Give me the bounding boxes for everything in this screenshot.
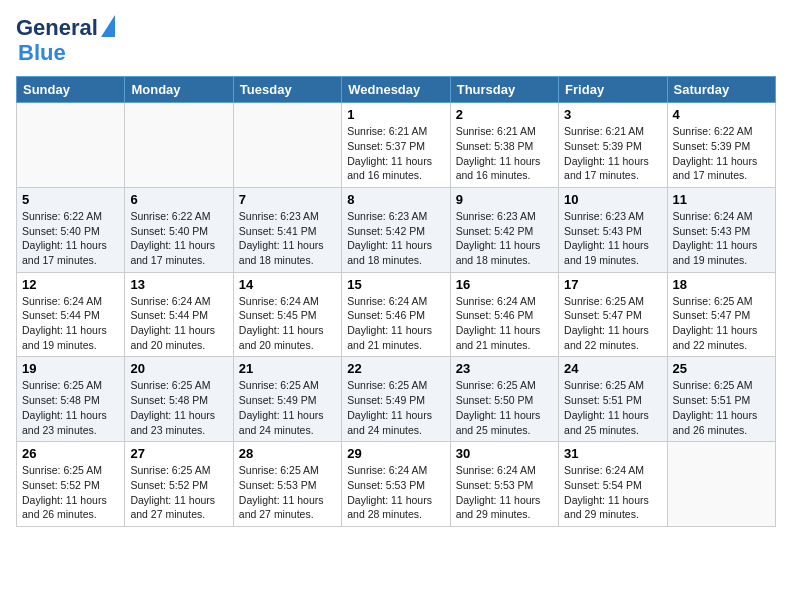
calendar-cell: 13Sunrise: 6:24 AMSunset: 5:44 PMDayligh… xyxy=(125,272,233,357)
calendar-cell: 8Sunrise: 6:23 AMSunset: 5:42 PMDaylight… xyxy=(342,187,450,272)
calendar-cell: 14Sunrise: 6:24 AMSunset: 5:45 PMDayligh… xyxy=(233,272,341,357)
day-number: 4 xyxy=(673,107,770,122)
day-info: Sunrise: 6:21 AMSunset: 5:38 PMDaylight:… xyxy=(456,124,553,183)
calendar-week-row: 1Sunrise: 6:21 AMSunset: 5:37 PMDaylight… xyxy=(17,103,776,188)
day-info: Sunrise: 6:24 AMSunset: 5:46 PMDaylight:… xyxy=(347,294,444,353)
calendar-cell: 15Sunrise: 6:24 AMSunset: 5:46 PMDayligh… xyxy=(342,272,450,357)
logo-blue: Blue xyxy=(18,40,66,66)
day-number: 12 xyxy=(22,277,119,292)
calendar-cell xyxy=(233,103,341,188)
day-info: Sunrise: 6:22 AMSunset: 5:40 PMDaylight:… xyxy=(130,209,227,268)
logo: General Blue xyxy=(16,16,115,66)
day-number: 19 xyxy=(22,361,119,376)
day-info: Sunrise: 6:25 AMSunset: 5:48 PMDaylight:… xyxy=(130,378,227,437)
day-number: 6 xyxy=(130,192,227,207)
calendar-cell: 4Sunrise: 6:22 AMSunset: 5:39 PMDaylight… xyxy=(667,103,775,188)
day-info: Sunrise: 6:25 AMSunset: 5:49 PMDaylight:… xyxy=(347,378,444,437)
day-number: 24 xyxy=(564,361,661,376)
day-number: 7 xyxy=(239,192,336,207)
calendar-cell: 12Sunrise: 6:24 AMSunset: 5:44 PMDayligh… xyxy=(17,272,125,357)
calendar-cell: 28Sunrise: 6:25 AMSunset: 5:53 PMDayligh… xyxy=(233,442,341,527)
calendar-table: SundayMondayTuesdayWednesdayThursdayFrid… xyxy=(16,76,776,527)
day-info: Sunrise: 6:24 AMSunset: 5:44 PMDaylight:… xyxy=(130,294,227,353)
calendar-cell: 17Sunrise: 6:25 AMSunset: 5:47 PMDayligh… xyxy=(559,272,667,357)
day-number: 13 xyxy=(130,277,227,292)
calendar-cell: 22Sunrise: 6:25 AMSunset: 5:49 PMDayligh… xyxy=(342,357,450,442)
day-number: 22 xyxy=(347,361,444,376)
calendar-cell: 31Sunrise: 6:24 AMSunset: 5:54 PMDayligh… xyxy=(559,442,667,527)
col-header-friday: Friday xyxy=(559,77,667,103)
col-header-wednesday: Wednesday xyxy=(342,77,450,103)
day-info: Sunrise: 6:22 AMSunset: 5:40 PMDaylight:… xyxy=(22,209,119,268)
day-info: Sunrise: 6:24 AMSunset: 5:46 PMDaylight:… xyxy=(456,294,553,353)
col-header-sunday: Sunday xyxy=(17,77,125,103)
col-header-monday: Monday xyxy=(125,77,233,103)
day-info: Sunrise: 6:25 AMSunset: 5:52 PMDaylight:… xyxy=(130,463,227,522)
calendar-cell: 20Sunrise: 6:25 AMSunset: 5:48 PMDayligh… xyxy=(125,357,233,442)
calendar-cell: 6Sunrise: 6:22 AMSunset: 5:40 PMDaylight… xyxy=(125,187,233,272)
calendar-cell: 25Sunrise: 6:25 AMSunset: 5:51 PMDayligh… xyxy=(667,357,775,442)
day-number: 23 xyxy=(456,361,553,376)
day-number: 1 xyxy=(347,107,444,122)
day-number: 15 xyxy=(347,277,444,292)
calendar-cell: 21Sunrise: 6:25 AMSunset: 5:49 PMDayligh… xyxy=(233,357,341,442)
calendar-cell: 27Sunrise: 6:25 AMSunset: 5:52 PMDayligh… xyxy=(125,442,233,527)
day-info: Sunrise: 6:25 AMSunset: 5:52 PMDaylight:… xyxy=(22,463,119,522)
calendar-cell: 1Sunrise: 6:21 AMSunset: 5:37 PMDaylight… xyxy=(342,103,450,188)
calendar-week-row: 5Sunrise: 6:22 AMSunset: 5:40 PMDaylight… xyxy=(17,187,776,272)
day-info: Sunrise: 6:25 AMSunset: 5:53 PMDaylight:… xyxy=(239,463,336,522)
day-info: Sunrise: 6:24 AMSunset: 5:43 PMDaylight:… xyxy=(673,209,770,268)
calendar-cell: 3Sunrise: 6:21 AMSunset: 5:39 PMDaylight… xyxy=(559,103,667,188)
day-info: Sunrise: 6:25 AMSunset: 5:47 PMDaylight:… xyxy=(564,294,661,353)
day-info: Sunrise: 6:24 AMSunset: 5:53 PMDaylight:… xyxy=(347,463,444,522)
calendar-cell: 29Sunrise: 6:24 AMSunset: 5:53 PMDayligh… xyxy=(342,442,450,527)
calendar-cell: 30Sunrise: 6:24 AMSunset: 5:53 PMDayligh… xyxy=(450,442,558,527)
day-info: Sunrise: 6:25 AMSunset: 5:49 PMDaylight:… xyxy=(239,378,336,437)
calendar-cell: 5Sunrise: 6:22 AMSunset: 5:40 PMDaylight… xyxy=(17,187,125,272)
calendar-week-row: 26Sunrise: 6:25 AMSunset: 5:52 PMDayligh… xyxy=(17,442,776,527)
day-number: 17 xyxy=(564,277,661,292)
day-info: Sunrise: 6:24 AMSunset: 5:53 PMDaylight:… xyxy=(456,463,553,522)
calendar-cell: 26Sunrise: 6:25 AMSunset: 5:52 PMDayligh… xyxy=(17,442,125,527)
day-number: 25 xyxy=(673,361,770,376)
day-info: Sunrise: 6:25 AMSunset: 5:50 PMDaylight:… xyxy=(456,378,553,437)
day-info: Sunrise: 6:23 AMSunset: 5:42 PMDaylight:… xyxy=(347,209,444,268)
day-info: Sunrise: 6:24 AMSunset: 5:54 PMDaylight:… xyxy=(564,463,661,522)
calendar-week-row: 19Sunrise: 6:25 AMSunset: 5:48 PMDayligh… xyxy=(17,357,776,442)
day-info: Sunrise: 6:23 AMSunset: 5:42 PMDaylight:… xyxy=(456,209,553,268)
calendar-cell: 9Sunrise: 6:23 AMSunset: 5:42 PMDaylight… xyxy=(450,187,558,272)
calendar-header-row: SundayMondayTuesdayWednesdayThursdayFrid… xyxy=(17,77,776,103)
day-number: 8 xyxy=(347,192,444,207)
calendar-cell: 10Sunrise: 6:23 AMSunset: 5:43 PMDayligh… xyxy=(559,187,667,272)
page-header: General Blue xyxy=(16,16,776,66)
day-number: 14 xyxy=(239,277,336,292)
col-header-thursday: Thursday xyxy=(450,77,558,103)
day-number: 18 xyxy=(673,277,770,292)
day-number: 9 xyxy=(456,192,553,207)
day-number: 29 xyxy=(347,446,444,461)
day-info: Sunrise: 6:25 AMSunset: 5:51 PMDaylight:… xyxy=(564,378,661,437)
day-number: 5 xyxy=(22,192,119,207)
col-header-saturday: Saturday xyxy=(667,77,775,103)
day-number: 10 xyxy=(564,192,661,207)
calendar-cell: 18Sunrise: 6:25 AMSunset: 5:47 PMDayligh… xyxy=(667,272,775,357)
calendar-cell: 2Sunrise: 6:21 AMSunset: 5:38 PMDaylight… xyxy=(450,103,558,188)
day-info: Sunrise: 6:25 AMSunset: 5:47 PMDaylight:… xyxy=(673,294,770,353)
day-info: Sunrise: 6:25 AMSunset: 5:48 PMDaylight:… xyxy=(22,378,119,437)
day-number: 2 xyxy=(456,107,553,122)
calendar-cell: 11Sunrise: 6:24 AMSunset: 5:43 PMDayligh… xyxy=(667,187,775,272)
calendar-cell: 19Sunrise: 6:25 AMSunset: 5:48 PMDayligh… xyxy=(17,357,125,442)
calendar-cell: 16Sunrise: 6:24 AMSunset: 5:46 PMDayligh… xyxy=(450,272,558,357)
day-number: 16 xyxy=(456,277,553,292)
day-number: 28 xyxy=(239,446,336,461)
day-number: 30 xyxy=(456,446,553,461)
day-number: 21 xyxy=(239,361,336,376)
logo-triangle-icon xyxy=(101,15,115,37)
day-info: Sunrise: 6:21 AMSunset: 5:37 PMDaylight:… xyxy=(347,124,444,183)
day-info: Sunrise: 6:24 AMSunset: 5:45 PMDaylight:… xyxy=(239,294,336,353)
day-number: 20 xyxy=(130,361,227,376)
day-info: Sunrise: 6:22 AMSunset: 5:39 PMDaylight:… xyxy=(673,124,770,183)
day-info: Sunrise: 6:23 AMSunset: 5:41 PMDaylight:… xyxy=(239,209,336,268)
calendar-week-row: 12Sunrise: 6:24 AMSunset: 5:44 PMDayligh… xyxy=(17,272,776,357)
col-header-tuesday: Tuesday xyxy=(233,77,341,103)
